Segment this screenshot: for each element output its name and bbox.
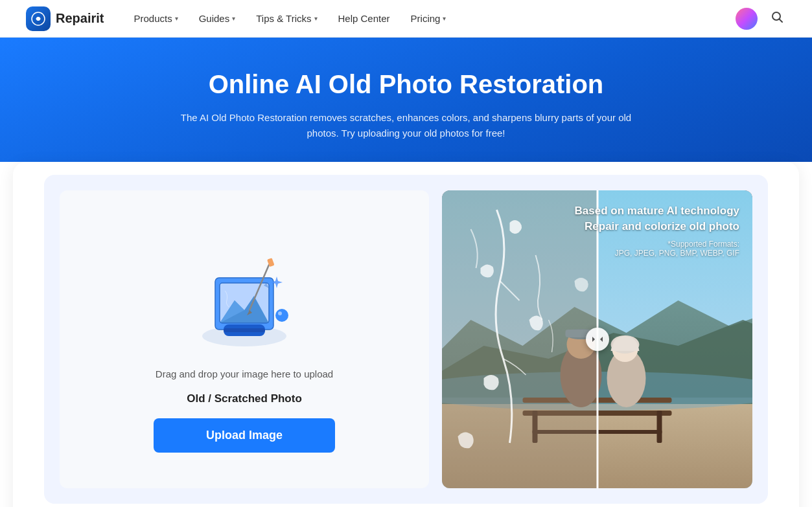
logo-link[interactable]: Repairit [26, 6, 104, 31]
navbar: Repairit Products ▾ Guides ▾ Tips & Tric… [0, 0, 812, 38]
logo-icon [26, 6, 51, 31]
drag-drop-text: Drag and drop your image here to upload [156, 368, 333, 379]
nav-products-label: Products [133, 13, 172, 24]
nav-links: Products ▾ Guides ▾ Tips & Tricks ▾ Help… [124, 8, 736, 29]
svg-point-1 [36, 17, 40, 21]
info-title-line2: Repair and colorize old photo [575, 219, 739, 234]
svg-point-19 [278, 311, 282, 315]
guides-chevron-icon: ▾ [232, 15, 235, 22]
upload-illustration [180, 226, 309, 355]
hero-subtitle: The AI Old Photo Restoration removes scr… [180, 110, 633, 141]
nav-guides-label: Guides [199, 13, 230, 24]
info-overlay: Based on mature AI technology Repair and… [575, 203, 739, 258]
nav-right [736, 8, 786, 30]
formats-label: *Supported Formats: [667, 240, 739, 249]
hero-title: Online AI Old Photo Restoration [26, 69, 786, 100]
preview-panel: Based on mature AI technology Repair and… [442, 190, 752, 488]
svg-rect-14 [224, 328, 265, 332]
nav-item-help[interactable]: Help Center [329, 8, 399, 29]
nav-help-label: Help Center [338, 13, 390, 24]
formats-list: JPG, JPEG, PNG, BMP, WEBP, GIF [615, 249, 739, 258]
nav-pricing-label: Pricing [411, 13, 441, 24]
before-after-container: Based on mature AI technology Repair and… [442, 190, 752, 488]
pricing-chevron-icon: ▾ [443, 15, 446, 22]
nav-item-products[interactable]: Products ▾ [124, 8, 187, 29]
user-avatar[interactable] [736, 8, 758, 30]
hero-section: Online AI Old Photo Restoration The AI O… [0, 38, 812, 162]
tool-container: Drag and drop your image here to upload … [44, 175, 768, 504]
tips-chevron-icon: ▾ [314, 15, 318, 22]
upload-panel: Drag and drop your image here to upload … [60, 190, 429, 488]
info-title-line1: Based on mature AI technology [575, 203, 739, 219]
upload-image-button[interactable]: Upload Image [154, 418, 335, 453]
nav-item-guides[interactable]: Guides ▾ [190, 8, 245, 29]
nav-item-pricing[interactable]: Pricing ▾ [402, 8, 456, 29]
search-button[interactable] [768, 8, 786, 29]
svg-rect-30 [657, 411, 662, 443]
nav-item-tips[interactable]: Tips & Tricks ▾ [247, 8, 326, 29]
divider-handle[interactable] [586, 328, 609, 351]
svg-point-18 [275, 309, 288, 322]
logo-text: Repairit [56, 11, 104, 26]
svg-line-3 [780, 19, 783, 23]
upload-type-label: Old / Scratched Photo [187, 392, 302, 405]
nav-tips-label: Tips & Tricks [256, 13, 311, 24]
products-chevron-icon: ▾ [175, 15, 178, 22]
tool-card: Drag and drop your image here to upload … [13, 162, 799, 507]
